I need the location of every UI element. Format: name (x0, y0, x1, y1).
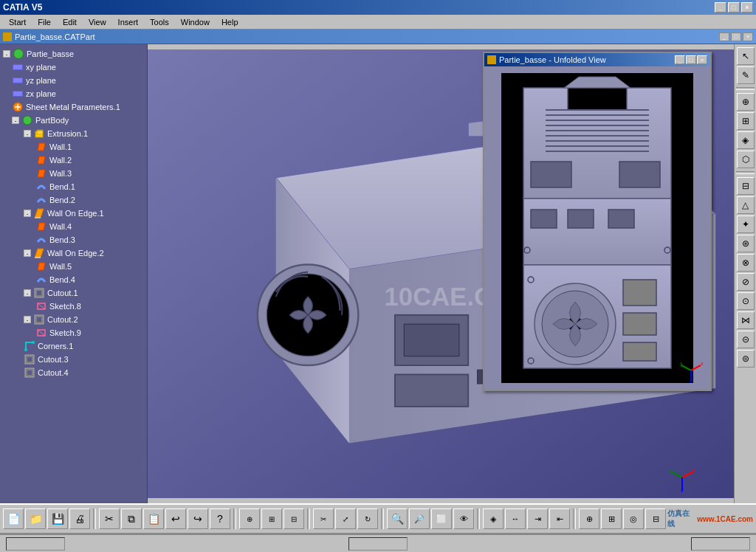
tree-item-wall3[interactable]: Wall.3 (0, 167, 147, 180)
menu-view[interactable]: View (83, 16, 112, 28)
tree-item-bend3[interactable]: Bend.3 (0, 233, 147, 246)
tb-shading[interactable]: ◈ (483, 508, 504, 529)
rs-btn-14[interactable]: ⊜ (737, 350, 755, 368)
subwin-minimize[interactable]: _ (719, 32, 729, 41)
tree-item-wall1[interactable]: Wall.1 (0, 140, 147, 153)
tree-item-bend1[interactable]: Bend.1 (0, 180, 147, 193)
tree-item-xy-plane[interactable]: xy plane (0, 61, 147, 74)
unfolded-maximize[interactable]: □ (686, 55, 696, 64)
status-bar (0, 534, 756, 552)
expand-wall-edge1[interactable]: - (24, 210, 31, 217)
tree-item-wall4[interactable]: Wall.4 (0, 220, 147, 233)
rs-btn-edit[interactable]: ✎ (737, 66, 755, 84)
tb-new[interactable]: 📄 (3, 508, 24, 529)
tb-open[interactable]: 📁 (25, 508, 46, 529)
tb-zoom-out[interactable]: 🔎 (409, 508, 430, 529)
subwin-maximize[interactable]: □ (731, 32, 741, 41)
tree-item-extrusion1[interactable]: - Extrusion.1 (0, 127, 147, 140)
menu-help[interactable]: Help (216, 16, 244, 28)
tb-help[interactable]: ? (210, 508, 230, 529)
rs-btn-7[interactable]: ✦ (737, 215, 755, 233)
unfolded-close[interactable]: × (697, 55, 707, 64)
rs-btn-2[interactable]: ⊞ (737, 112, 755, 130)
tb-grid[interactable]: ⊟ (284, 508, 304, 529)
rs-btn-6[interactable]: △ (737, 196, 755, 214)
rs-btn-4[interactable]: ⬡ (737, 151, 755, 168)
rs-btn-3[interactable]: ◈ (737, 131, 755, 149)
tb-export1[interactable]: ⇥ (527, 508, 548, 529)
menu-window[interactable]: Window (175, 16, 216, 28)
tb-fit[interactable]: ⬜ (431, 508, 452, 529)
tb-zoom-in[interactable]: 🔍 (387, 508, 408, 529)
tree-item-corners1[interactable]: Corners.1 (0, 339, 147, 353)
expand-cutout2[interactable]: - (24, 316, 31, 323)
rs-btn-13[interactable]: ⊝ (737, 331, 755, 348)
tree-item-wall-edge1[interactable]: - Wall On Edge.1 (0, 207, 147, 220)
expand-extrusion1[interactable]: - (24, 130, 31, 137)
tb-copy[interactable]: ⧉ (121, 508, 142, 529)
tb-save[interactable]: 💾 (47, 508, 68, 529)
tree-panel: - Partie_basse xy plane yz plane zx plan… (0, 44, 148, 503)
tb-move2[interactable]: ⤢ (335, 508, 356, 529)
tb-extra4[interactable]: ⊟ (645, 508, 666, 529)
expand-cutout1[interactable]: - (24, 289, 31, 297)
tree-item-wall-edge2[interactable]: - Wall On Edge.2 (0, 246, 147, 260)
main-viewport[interactable]: 10CAE.COM Partie_basse - Unfolded View _… (148, 44, 734, 503)
tb-dim[interactable]: ↔ (505, 508, 526, 529)
tb-move1[interactable]: ✂ (313, 508, 334, 529)
tree-item-sheetmetal[interactable]: Sheet Metal Parameters.1 (0, 100, 147, 114)
rs-btn-8[interactable]: ⊛ (737, 235, 755, 252)
tree-item-wall2[interactable]: Wall.2 (0, 153, 147, 167)
rs-btn-cursor[interactable]: ↖ (737, 47, 755, 65)
minimize-button[interactable]: _ (715, 2, 726, 13)
tb-meas[interactable]: ⊞ (261, 508, 282, 529)
rs-btn-12[interactable]: ⋈ (737, 311, 755, 329)
tb-import1[interactable]: ⇤ (549, 508, 570, 529)
tree-item-wall5[interactable]: Wall.5 (0, 260, 147, 273)
tree-item-cutout4[interactable]: Cutout.4 (0, 366, 147, 379)
svg-text:y: y (669, 466, 672, 473)
tree-item-partie-basse[interactable]: - Partie_basse (0, 47, 147, 61)
tb-sep-5 (477, 508, 480, 529)
close-button[interactable]: × (741, 2, 753, 13)
tb-cut[interactable]: ✂ (99, 508, 120, 529)
tree-item-bend4[interactable]: Bend.4 (0, 273, 147, 286)
subwin-close[interactable]: × (743, 32, 753, 41)
tb-extra1[interactable]: ⊕ (579, 508, 599, 529)
tb-extra2[interactable]: ⊞ (601, 508, 622, 529)
tree-item-zx-plane[interactable]: zx plane (0, 87, 147, 100)
tb-rot[interactable]: ↻ (357, 508, 378, 529)
tb-undo[interactable]: ↩ (165, 508, 186, 529)
menu-insert[interactable]: Insert (112, 16, 145, 28)
tree-item-cutout2[interactable]: - Cutout.2 (0, 313, 147, 326)
tb-view1[interactable]: 👁 (453, 508, 474, 529)
menu-tools[interactable]: Tools (144, 16, 175, 28)
unfolded-minimize[interactable]: _ (675, 55, 685, 64)
tb-print[interactable]: 🖨 (69, 508, 90, 529)
tree-item-sketch8[interactable]: Sketch.8 (0, 300, 147, 313)
maximize-button[interactable]: □ (728, 2, 740, 13)
menu-start[interactable]: Start (3, 16, 32, 28)
tree-item-bend2[interactable]: Bend.2 (0, 193, 147, 207)
rs-btn-5[interactable]: ⊟ (737, 177, 755, 195)
expand-partie-basse[interactable]: - (3, 50, 10, 58)
rs-btn-1[interactable]: ⊕ (737, 93, 755, 111)
tb-extra3[interactable]: ◎ (623, 508, 644, 529)
menu-file[interactable]: File (32, 16, 57, 28)
expand-wall-edge2[interactable]: - (24, 249, 31, 257)
tree-item-sketch9[interactable]: Sketch.9 (0, 326, 147, 339)
tb-paste[interactable]: 📋 (143, 508, 164, 529)
tree-item-cutout3[interactable]: Cutout.3 (0, 353, 147, 366)
inner-area: 10CAE.COM Partie_basse - Unfolded View _… (148, 44, 756, 503)
expand-partbody[interactable]: - (12, 117, 19, 124)
svg-rect-64 (531, 162, 571, 187)
rs-btn-11[interactable]: ⊙ (737, 292, 755, 310)
tb-snap[interactable]: ⊕ (239, 508, 260, 529)
tree-item-cutout1[interactable]: - Cutout.1 (0, 286, 147, 300)
rs-btn-9[interactable]: ⊗ (737, 254, 755, 272)
tree-item-yz-plane[interactable]: yz plane (0, 74, 147, 87)
tb-redo[interactable]: ↪ (188, 508, 208, 529)
tree-item-partbody[interactable]: - PartBody (0, 114, 147, 127)
rs-btn-10[interactable]: ⊘ (737, 273, 755, 291)
menu-edit[interactable]: Edit (57, 16, 83, 28)
